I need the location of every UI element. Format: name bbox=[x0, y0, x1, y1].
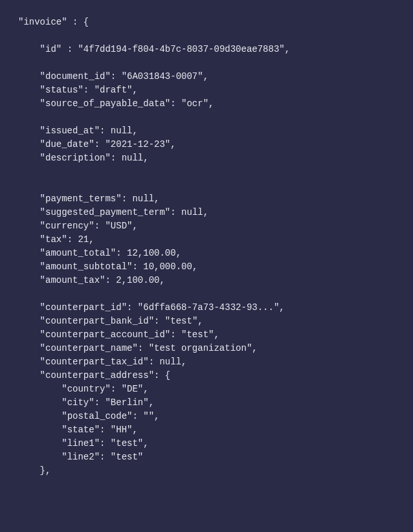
tax-key: tax bbox=[45, 234, 61, 245]
country-key: country bbox=[67, 384, 106, 394]
currency-key: currency bbox=[45, 221, 89, 231]
issued-at-value: null bbox=[111, 126, 133, 136]
city-key: city bbox=[67, 397, 89, 408]
counterpart-tax-id-value: null bbox=[159, 357, 181, 367]
counterpart-tax-id-key: counterpart_tax_id bbox=[45, 357, 143, 367]
counterpart-account-id-key: counterpart_account_id bbox=[45, 329, 165, 340]
tax-value: 21 bbox=[78, 234, 89, 245]
root-key: invoice bbox=[23, 17, 61, 27]
payment-terms-value: null bbox=[132, 194, 154, 204]
description-value: null bbox=[122, 153, 144, 163]
amount-tax-value: 2,100.00 bbox=[116, 275, 159, 285]
source-key: source_of_payable_data bbox=[45, 98, 165, 109]
counterpart-id-value: 6dffa668-7a73-4332-93... bbox=[143, 302, 274, 313]
issued-at-key: issued_at bbox=[45, 126, 95, 136]
counterpart-account-id-value: test bbox=[186, 329, 208, 340]
amount-subtotal-key: amount_subtotal bbox=[45, 261, 127, 272]
id-value: 4f7dd194-f804-4b7c-8037-09d30eae7883 bbox=[84, 44, 279, 54]
amount-tax-key: amount_tax bbox=[45, 275, 100, 285]
description-key: description bbox=[45, 153, 105, 163]
line2-value: test bbox=[116, 452, 138, 462]
country-value: DE bbox=[127, 384, 138, 394]
city-value: Berlin bbox=[111, 397, 143, 408]
currency-value: USD bbox=[111, 221, 127, 231]
suggested-payment-term-key: suggested_payment_term bbox=[45, 207, 165, 217]
counterpart-bank-id-key: counterpart_bank_id bbox=[45, 316, 149, 326]
state-key: state bbox=[67, 425, 95, 435]
amount-total-value: 12,100.00 bbox=[127, 248, 176, 258]
payment-terms-key: payment_terms bbox=[45, 194, 116, 204]
json-code-block: "invoice" : { "id" : "4f7dd194-f804-4b7c… bbox=[18, 16, 395, 478]
counterpart-name-key: counterpart_name bbox=[45, 343, 132, 353]
line1-key: line1 bbox=[67, 438, 95, 449]
state-value: HH bbox=[116, 425, 127, 435]
document-id-value: 6A031843-0007 bbox=[127, 71, 197, 82]
counterpart-address-key: counterpart_address bbox=[45, 370, 149, 381]
status-key: status bbox=[45, 85, 78, 95]
counterpart-bank-id-value: test bbox=[170, 316, 192, 326]
line1-value: test bbox=[116, 438, 138, 449]
due-date-key: due_date bbox=[45, 139, 89, 150]
line2-key: line2 bbox=[67, 452, 95, 462]
postal-code-key: postal_code bbox=[67, 411, 127, 421]
status-value: draft bbox=[100, 85, 127, 95]
id-key: id bbox=[45, 44, 56, 54]
due-date-value: 2021-12-23 bbox=[111, 139, 165, 150]
counterpart-id-key: counterpart_id bbox=[45, 302, 122, 313]
suggested-payment-term-value: null bbox=[181, 207, 203, 217]
amount-subtotal-value: 10,000.00 bbox=[143, 261, 192, 272]
counterpart-name-value: test organization bbox=[154, 343, 247, 353]
document-id-key: document_id bbox=[45, 71, 105, 82]
amount-total-key: amount_total bbox=[45, 248, 111, 258]
source-value: ocr bbox=[186, 98, 203, 109]
